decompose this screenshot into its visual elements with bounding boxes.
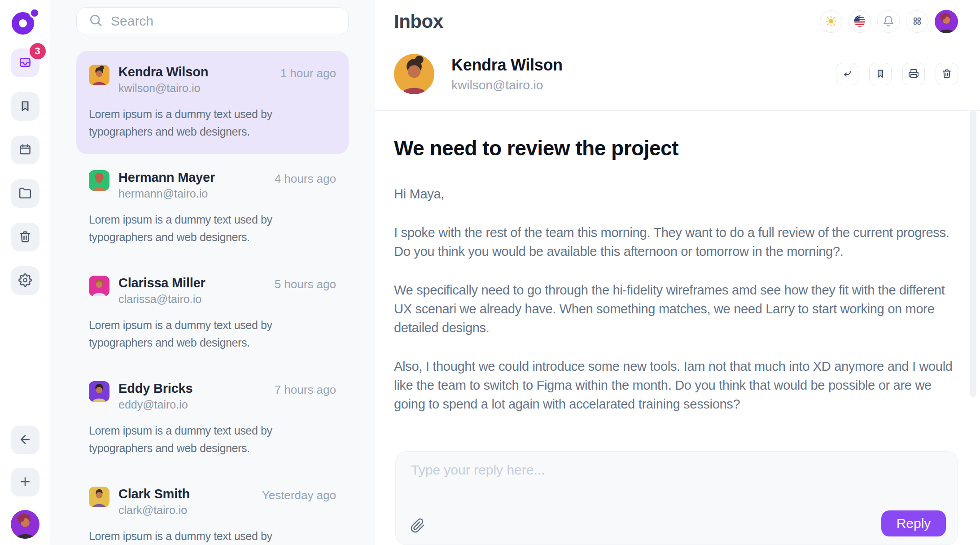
email-actions — [836, 63, 958, 85]
notifications-button[interactable] — [877, 10, 900, 33]
email-paragraph: I spoke with the rest of the team this m… — [394, 223, 958, 261]
sender-email: clark@tairo.io — [118, 504, 190, 517]
sender-email: kwilson@tairo.io — [451, 78, 563, 92]
topbar-actions — [820, 10, 958, 33]
sidebar-footer — [11, 426, 39, 539]
apps-grid-icon — [911, 15, 923, 28]
bell-icon — [883, 15, 894, 28]
sender-avatar — [394, 54, 434, 94]
sidebar-item-inbox[interactable]: 3 — [11, 48, 39, 77]
sender-email: kwilson@tairo.io — [118, 82, 208, 95]
sidebar-item-bookmarks[interactable] — [11, 92, 39, 121]
print-action-button[interactable] — [902, 63, 925, 85]
folder-icon — [18, 186, 32, 201]
sidebar-item-calendar[interactable] — [11, 136, 39, 164]
sender-name: Clarissa Miller — [118, 276, 206, 290]
message-item-clark[interactable]: Clark Smith clark@tairo.io Yesterday ago… — [76, 473, 349, 545]
add-button[interactable] — [11, 468, 39, 497]
sidebar-item-trash[interactable] — [11, 223, 39, 251]
sender-name: Kendra Wilson — [451, 56, 563, 75]
icon-sidebar: 3 — [0, 0, 50, 545]
paperclip-icon — [410, 528, 425, 535]
trash-icon — [18, 230, 32, 245]
email-body: We need to review the project Hi Maya, I… — [375, 111, 980, 422]
search-input[interactable] — [111, 13, 337, 29]
message-time: 4 hours ago — [275, 170, 336, 186]
message-item-clarissa[interactable]: Clarissa Miller clarissa@tairo.io 5 hour… — [76, 262, 349, 365]
search-bar — [76, 7, 349, 35]
gear-icon — [18, 273, 32, 288]
message-list-panel: Kendra Wilson kwilson@tairo.io 1 hour ag… — [50, 0, 375, 545]
user-avatar[interactable] — [11, 510, 39, 539]
message-preview: Lorem ipsum is a dummy text used by typo… — [89, 527, 336, 545]
printer-icon — [908, 68, 919, 80]
theme-toggle-button[interactable] — [820, 10, 842, 33]
scrollbar-thumb[interactable] — [970, 110, 976, 397]
email-paragraph: Also, I thought we could introduce some … — [394, 357, 958, 413]
main-content: Inbox — [375, 0, 980, 545]
avatar — [89, 487, 109, 507]
bookmark-icon — [18, 99, 32, 114]
message-item-eddy[interactable]: Eddy Bricks eddy@tairo.io 7 hours ago Lo… — [76, 368, 349, 470]
message-item-kendra[interactable]: Kendra Wilson kwilson@tairo.io 1 hour ag… — [76, 51, 349, 154]
reply-composer: Reply — [395, 451, 958, 545]
message-time: 1 hour ago — [280, 65, 336, 80]
apps-button[interactable] — [906, 10, 928, 33]
sender-email: eddy@tairo.io — [118, 398, 192, 411]
reply-footer: Reply — [407, 510, 946, 536]
reply-action-button[interactable] — [836, 63, 858, 85]
message-time: 7 hours ago — [275, 381, 336, 397]
sidebar-item-files[interactable] — [11, 179, 39, 208]
email-paragraph: Hi Maya, — [394, 185, 958, 203]
sidebar-nav: 3 — [11, 48, 39, 295]
message-time: 5 hours ago — [275, 276, 336, 291]
back-button[interactable] — [11, 426, 39, 454]
sender-email: clarissa@tairo.io — [118, 293, 206, 306]
message-preview: Lorem ipsum is a dummy text used by typo… — [89, 316, 336, 352]
sender-name: Kendra Wilson — [118, 65, 208, 79]
message-preview: Lorem ipsum is a dummy text used by typo… — [89, 211, 336, 246]
avatar — [89, 65, 109, 85]
message-time: Yesterday ago — [262, 487, 336, 502]
profile-avatar[interactable] — [935, 10, 958, 33]
avatar — [89, 276, 109, 296]
sender-email: hermann@tairo.io — [118, 187, 215, 200]
sender-name: Clark Smith — [118, 487, 190, 501]
arrow-left-icon — [18, 433, 32, 448]
attach-file-button[interactable] — [407, 518, 425, 536]
delete-action-button[interactable] — [936, 63, 958, 85]
plus-icon — [18, 475, 32, 490]
mail-app: 3 — [0, 0, 980, 545]
message-list: Kendra Wilson kwilson@tairo.io 1 hour ag… — [76, 51, 349, 545]
bookmark-icon — [875, 68, 886, 80]
email-header: Kendra Wilson kwilson@tairo.io — [375, 33, 980, 110]
brand-logo-icon — [11, 8, 39, 35]
language-button[interactable] — [849, 10, 871, 33]
message-preview: Lorem ipsum is a dummy text used by typo… — [89, 105, 336, 141]
page-title: Inbox — [394, 11, 443, 32]
us-flag-icon — [854, 15, 866, 28]
message-item-hermann[interactable]: Hermann Mayer hermann@tairo.io 4 hours a… — [76, 157, 349, 259]
calendar-icon — [18, 143, 32, 158]
avatar — [89, 170, 109, 191]
avatar — [89, 381, 109, 402]
trash-icon — [941, 68, 952, 80]
reply-arrow-icon — [842, 68, 853, 80]
email-subject: We need to review the project — [394, 136, 958, 160]
unread-count-badge: 3 — [30, 43, 46, 59]
reply-input[interactable] — [407, 461, 946, 510]
sender-name: Eddy Bricks — [118, 381, 192, 396]
inbox-icon — [18, 56, 32, 70]
sender-name: Hermann Mayer — [118, 170, 215, 185]
email-paragraph: We specifically need to go through the h… — [394, 281, 958, 337]
sidebar-item-settings[interactable] — [11, 266, 39, 295]
topbar: Inbox — [375, 0, 980, 33]
message-preview: Lorem ipsum is a dummy text used by typo… — [89, 422, 336, 457]
bookmark-action-button[interactable] — [869, 63, 892, 85]
reply-button[interactable]: Reply — [881, 510, 946, 536]
search-icon — [88, 13, 103, 29]
sun-icon — [825, 15, 837, 28]
